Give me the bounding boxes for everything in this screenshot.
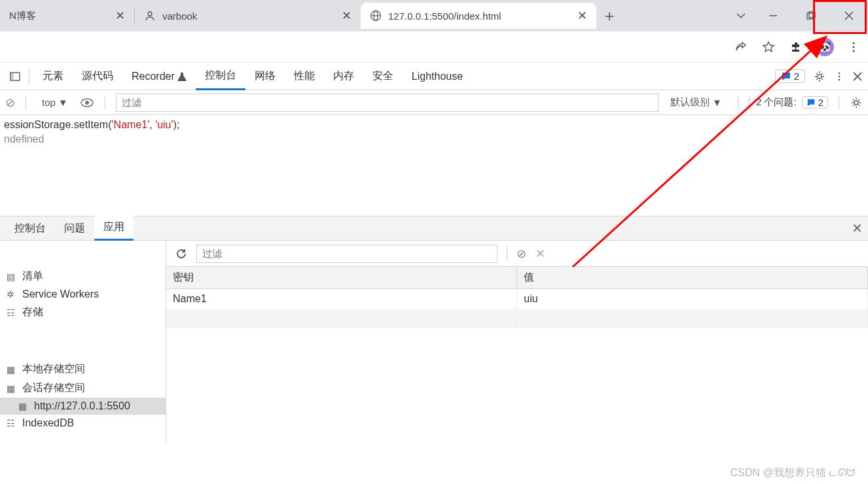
console-settings-icon[interactable]	[850, 96, 863, 109]
application-panel: ▤ 清单 ✲ Service Workers ☷ 存储 ▦ 本地存储空间 ▦ 会…	[0, 241, 868, 443]
tab-title: varbook	[162, 10, 197, 22]
console-tab[interactable]: 控制台	[196, 63, 245, 90]
svg-rect-13	[10, 73, 14, 80]
window-controls	[728, 0, 868, 31]
close-tab-icon[interactable]: ✕	[115, 9, 125, 23]
sidebar-local-storage[interactable]: ▦ 本地存储空间	[0, 360, 166, 379]
svg-point-16	[839, 75, 841, 77]
tab-1[interactable]: varbook ✕	[135, 3, 361, 29]
application-sidebar: ▤ 清单 ✲ Service Workers ☷ 存储 ▦ 本地存储空间 ▦ 会…	[0, 241, 166, 443]
network-tab[interactable]: 网络	[245, 63, 285, 90]
close-tab-icon[interactable]: ✕	[577, 9, 587, 23]
database-icon: ☷	[7, 418, 17, 428]
file-icon: ▤	[7, 271, 17, 282]
drawer-console-tab[interactable]: 控制台	[5, 216, 55, 241]
svg-point-14	[818, 75, 822, 78]
tab-2-active[interactable]: 127.0.0.1:5500/index.html ✕	[361, 3, 596, 29]
security-tab[interactable]: 安全	[363, 63, 403, 90]
svg-point-0	[148, 12, 152, 16]
close-tab-icon[interactable]: ✕	[342, 9, 352, 23]
maximize-button[interactable]	[792, 0, 830, 31]
bookmark-star-icon[interactable]	[761, 39, 776, 55]
sidebar-session-origin[interactable]: ▦ http://127.0.0.1:5500	[0, 398, 166, 415]
console-filter-bar: ⊘ top ▼ 默认级别 ▼ 2 个问题: 2	[0, 90, 868, 115]
svg-point-21	[85, 101, 89, 105]
message-icon	[806, 98, 816, 107]
memory-tab[interactable]: 内存	[324, 63, 363, 90]
svg-point-10	[852, 46, 854, 48]
storage-panel: ⊘ ✕ 密钥 值 Name1 uiu	[166, 241, 868, 443]
share-icon[interactable]	[733, 39, 749, 55]
browser-menu-icon[interactable]	[846, 39, 861, 55]
minimize-button[interactable]	[754, 0, 792, 31]
favicon-icon	[144, 10, 156, 22]
refresh-icon[interactable]	[175, 248, 187, 260]
message-icon	[781, 71, 791, 82]
performance-tab[interactable]: 性能	[285, 63, 324, 90]
drawer-tabs: 控制台 问题 应用 ✕	[0, 216, 868, 241]
devtools-close-icon[interactable]	[852, 71, 863, 82]
chevron-down-icon: ▼	[712, 97, 722, 108]
svg-point-15	[839, 72, 841, 74]
sidebar-storage[interactable]: ☷ 存储	[0, 303, 166, 322]
sources-tab[interactable]: 源代码	[73, 63, 122, 90]
clear-console-icon[interactable]: ⊘	[5, 95, 15, 110]
cell-value: uiu	[517, 289, 868, 309]
elements-tab[interactable]: 元素	[33, 63, 73, 90]
messages-badge[interactable]: 2	[775, 69, 805, 83]
grid-icon: ▦	[7, 383, 17, 394]
more-icon[interactable]	[834, 71, 844, 82]
svg-point-11	[852, 50, 854, 52]
storage-filter-input[interactable]	[196, 245, 497, 263]
chevron-down-icon: ▼	[58, 97, 68, 108]
new-tab-button[interactable]: ＋	[596, 3, 623, 29]
drawer-close-icon[interactable]: ✕	[852, 220, 863, 236]
storage-table: 密钥 值 Name1 uiu	[166, 267, 868, 328]
watermark-text: CSDN @我想养只猫 ᓚᘏᗢ	[731, 466, 855, 480]
lighthouse-tab[interactable]: Lighthouse	[403, 63, 472, 90]
tab-list-button[interactable]	[728, 0, 754, 31]
issues-indicator[interactable]: 2 个问题: 2	[749, 96, 828, 109]
sidebar-manifest[interactable]: ▤ 清单	[0, 267, 166, 286]
log-level-selector[interactable]: 默认级别 ▼	[665, 94, 727, 111]
sidebar-service-workers[interactable]: ✲ Service Workers	[0, 286, 166, 303]
table-row-empty[interactable]	[166, 309, 868, 328]
console-output: essionStorage.setItem('Name1', 'uiu'); n…	[0, 115, 868, 216]
tab-0[interactable]: N博客 ✕	[0, 3, 134, 29]
profile-avatar[interactable]: 🐼	[816, 38, 834, 56]
context-selector[interactable]: top ▼	[37, 94, 73, 111]
console-line-result: ndefined	[0, 132, 868, 147]
console-line-input[interactable]: essionStorage.setItem('Name1', 'uiu');	[0, 118, 868, 132]
storage-toolbar: ⊘ ✕	[166, 241, 868, 267]
tab-title: N博客	[9, 10, 36, 22]
col-key-header[interactable]: 密钥	[166, 267, 517, 289]
live-expression-icon[interactable]	[80, 97, 94, 108]
extensions-icon[interactable]	[788, 39, 804, 55]
globe-icon	[370, 10, 382, 22]
devtools-toolbar: 元素 源代码 Recorder 控制台 网络 性能 内存 安全 Lighthou…	[0, 63, 868, 90]
sidebar-session-storage[interactable]: ▦ 会话存储空间	[0, 379, 166, 398]
recorder-tab[interactable]: Recorder	[122, 63, 196, 90]
sidebar-indexeddb[interactable]: ☷ IndexedDB	[0, 415, 166, 432]
tab-title: 127.0.0.1:5500/index.html	[388, 10, 501, 22]
svg-point-9	[852, 42, 854, 44]
cell-key: Name1	[166, 289, 517, 309]
gear-icon: ✲	[7, 289, 17, 300]
delete-selected-icon[interactable]: ✕	[535, 247, 545, 261]
url-bar: 🐼	[0, 31, 868, 63]
drawer-application-tab[interactable]: 应用	[94, 216, 134, 241]
grid-icon: ▦	[7, 364, 17, 375]
browser-tab-strip: N博客 ✕ varbook ✕ 127.0.0.1:5500/index.htm…	[0, 0, 868, 31]
svg-point-22	[854, 101, 858, 105]
table-row[interactable]: Name1 uiu	[166, 289, 868, 309]
grid-icon: ▦	[18, 401, 29, 411]
clear-all-icon[interactable]: ⊘	[516, 247, 526, 261]
drawer-issues-tab[interactable]: 问题	[55, 216, 94, 241]
dock-side-icon[interactable]	[5, 63, 25, 90]
console-filter-input[interactable]	[116, 94, 659, 112]
window-close-button[interactable]	[830, 0, 868, 31]
settings-icon[interactable]	[813, 70, 826, 83]
database-icon: ☷	[7, 307, 17, 318]
col-value-header[interactable]: 值	[517, 267, 868, 289]
flask-icon	[177, 72, 187, 81]
